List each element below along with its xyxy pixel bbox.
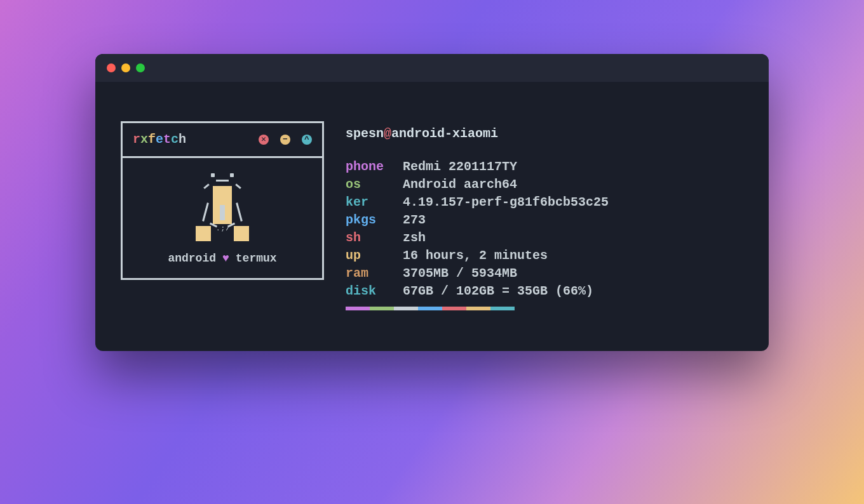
info-value: zsh [403,229,426,247]
info-key: phone [346,158,403,176]
rxfetch-title-char: r [133,132,140,147]
rxfetch-title-char: c [171,132,179,147]
info-row-ram: ram3705MB / 5934MB [346,265,743,282]
terminal-window: rxfetch ✕ − ^ .;/ [95,54,769,351]
info-row-pkgs: pkgs273 [346,211,743,229]
color-swatch [490,307,515,310]
info-value: Redmi 2201117TY [403,158,517,176]
rxfetch-title-char: f [148,132,156,147]
box-up-icon[interactable]: ^ [302,135,312,145]
color-swatches [346,307,743,310]
heart-icon: ♥ [222,251,229,267]
rxfetch-body: .;/ android ♥ termux [123,158,322,278]
rxfetch-title-char: h [179,132,186,147]
rxfetch-title-char: t [163,132,171,147]
user-host-line: spesn@android-xiaomi [346,125,743,143]
info-value: 16 hours, 2 minutes [403,247,548,265]
info-row-disk: disk67GB / 102GB = 35GB (66%) [346,282,743,300]
tagline: android ♥ termux [168,251,276,267]
info-row-phone: phoneRedmi 2201117TY [346,158,743,176]
color-swatch [442,307,466,310]
info-value: 273 [403,211,426,229]
color-swatch [418,307,442,310]
terminal-body: rxfetch ✕ − ^ .;/ [95,82,769,351]
color-swatch [370,307,394,310]
info-key: pkgs [346,211,403,229]
hostname: android-xiaomi [391,126,498,141]
rxfetch-title-char: e [156,132,163,147]
info-key: sh [346,229,403,247]
android-ascii-art: .;/ [191,171,254,247]
color-swatch [466,307,490,310]
info-key: ram [346,265,403,282]
titlebar[interactable] [95,54,769,82]
tagline-right: termux [236,251,277,267]
box-close-icon[interactable]: ✕ [259,135,269,145]
rxfetch-controls: ✕ − ^ [259,135,312,145]
box-minimize-icon[interactable]: − [280,135,290,145]
info-value: 67GB / 102GB = 35GB (66%) [403,282,593,300]
info-value: Android aarch64 [403,176,517,194]
info-key: disk [346,282,403,300]
rxfetch-title: rxfetch [133,131,186,149]
info-rows: phoneRedmi 2201117TYosAndroid aarch64ker… [346,158,743,300]
info-value: 3705MB / 5934MB [403,265,517,282]
info-key: up [346,247,403,265]
info-key: os [346,176,403,194]
info-row-up: up16 hours, 2 minutes [346,247,743,265]
rxfetch-header: rxfetch ✕ − ^ [123,123,322,158]
username: spesn [346,126,384,141]
color-swatch [346,307,370,310]
tagline-left: android [168,251,216,267]
close-icon[interactable] [107,63,116,72]
zoom-icon[interactable] [136,63,145,72]
at-symbol: @ [384,126,391,141]
minimize-icon[interactable] [121,63,130,72]
info-key: ker [346,194,403,211]
color-swatch [515,307,539,310]
rxfetch-box: rxfetch ✕ − ^ .;/ [121,121,324,280]
info-row-os: osAndroid aarch64 [346,176,743,194]
info-row-ker: ker4.19.157-perf-g81f6bcb53c25 [346,194,743,211]
system-info: spesn@android-xiaomi phoneRedmi 2201117T… [346,121,743,310]
info-row-sh: shzsh [346,229,743,247]
info-value: 4.19.157-perf-g81f6bcb53c25 [403,194,609,211]
color-swatch [394,307,418,310]
rxfetch-title-char: x [140,132,148,147]
